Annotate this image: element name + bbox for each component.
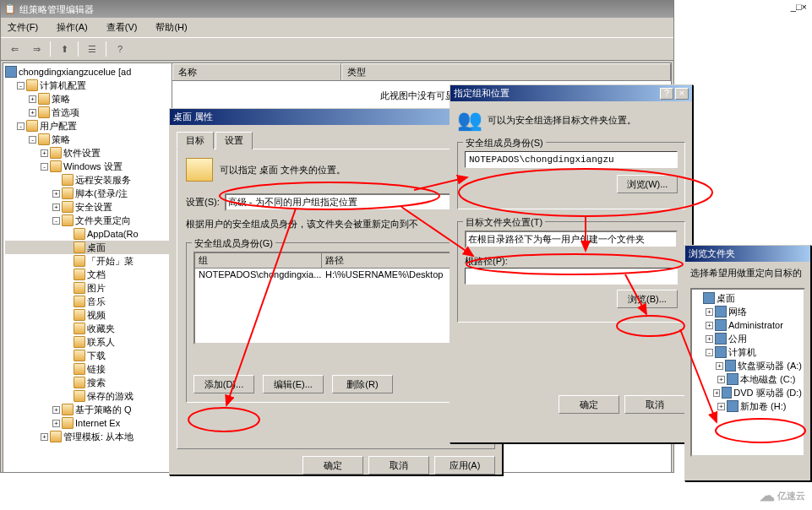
tree-item[interactable]: 桌面	[5, 241, 170, 254]
tree-toggle[interactable]: +	[52, 190, 60, 198]
tree-item[interactable]: -计算机配置	[5, 79, 170, 92]
tree-item[interactable]: 视频	[5, 308, 170, 322]
tree-item[interactable]: 收藏夹	[5, 322, 170, 335]
tree-toggle[interactable]: +	[717, 376, 725, 383]
up-button[interactable]: ⬆	[56, 41, 73, 57]
menu-file[interactable]: 文件(F)	[4, 19, 41, 35]
col-group[interactable]: 组	[195, 253, 322, 268]
folder-tree[interactable]: 桌面+网络+Administrator+公用-计算机+软盘驱动器 (A:)+本地…	[690, 288, 805, 457]
tree-item[interactable]: +安全设置	[5, 200, 170, 214]
maximize-button[interactable]: □	[796, 2, 802, 12]
tree-toggle[interactable]: -	[17, 122, 25, 130]
cancel-button[interactable]: 取消	[368, 456, 429, 475]
tree-toggle[interactable]: +	[29, 95, 36, 103]
tree-item[interactable]: +软件设置	[5, 146, 170, 160]
tree-item[interactable]: -Windows 设置	[5, 160, 170, 173]
ok-button[interactable]: 确定	[559, 395, 619, 414]
tree-item[interactable]: -策略	[5, 133, 170, 146]
tree-item[interactable]: +Internet Ex	[5, 416, 170, 430]
tree-pane[interactable]: chongdingxiangzucelue [ad -计算机配置+策略+首选项-…	[3, 63, 172, 472]
delete-button[interactable]: 删除(R)	[332, 375, 393, 393]
tab-settings[interactable]: 设置	[215, 132, 253, 149]
tree-item[interactable]: +管理模板: 从本地	[5, 430, 170, 443]
group-listview[interactable]: 组 路径 NOTEPADOS\chongdingxia... H:\%USERN…	[193, 252, 478, 345]
tree-toggle[interactable]: +	[52, 406, 60, 414]
browse-tree-item[interactable]: +软盘驱动器 (A:)	[694, 359, 802, 372]
tree-toggle[interactable]: -	[706, 349, 713, 356]
dialog-titlebar[interactable]: 浏览文件夹	[685, 246, 810, 262]
tree-item[interactable]: -用户配置	[5, 119, 170, 133]
tree-item[interactable]: +策略	[5, 92, 170, 106]
dialog-titlebar[interactable]: 指定组和位置 ? ×	[450, 85, 692, 101]
tree-item[interactable]: 搜索	[5, 376, 170, 389]
show-hide-button[interactable]: ☰	[84, 41, 101, 57]
tree-item[interactable]: 下载	[5, 349, 170, 362]
browse-tree-item[interactable]: +公用	[694, 332, 802, 345]
browse-tree-item[interactable]: 桌面	[694, 291, 802, 305]
tree-item[interactable]: +首选项	[5, 106, 170, 119]
col-name[interactable]: 名称	[172, 63, 341, 80]
browse-tree-item[interactable]: +Administrator	[694, 318, 802, 332]
menu-action[interactable]: 操作(A)	[53, 19, 91, 35]
tree-toggle[interactable]: -	[17, 82, 25, 90]
target-loc-combo[interactable]: 在根目录路径下为每一用户创建一个文件夹	[465, 231, 678, 248]
tree-item[interactable]: 保存的游戏	[5, 389, 170, 403]
tree-item[interactable]: +基于策略的 Q	[5, 403, 170, 416]
browse-path-button[interactable]: 浏览(B)...	[617, 290, 678, 308]
tree-toggle[interactable]: +	[41, 149, 48, 157]
edit-button[interactable]: 编辑(E)...	[263, 375, 324, 393]
tree-toggle[interactable]: +	[52, 420, 60, 427]
tree-toggle[interactable]: +	[706, 308, 713, 316]
browse-tree-item[interactable]: +网络	[694, 305, 802, 318]
security-group-input[interactable]	[465, 151, 678, 168]
tree-toggle[interactable]: -	[41, 163, 48, 171]
help-icon[interactable]: ?	[660, 88, 673, 100]
tree-item[interactable]: AppData(Ro	[5, 227, 170, 241]
tree-toggle[interactable]: -	[29, 136, 36, 144]
tree-item[interactable]: +脚本(登录/注	[5, 187, 170, 200]
browse-tree-item[interactable]: -计算机	[694, 345, 802, 359]
tree-label: 文档	[87, 269, 106, 281]
browse-group-button[interactable]: 浏览(W)...	[617, 175, 678, 193]
col-type[interactable]: 类型	[341, 63, 671, 80]
help-button[interactable]: ?	[112, 41, 128, 57]
security-group-box: 安全组成员身份(G) 组 路径 NOTEPADOS\chongdingxia..…	[186, 242, 486, 403]
browse-tree-item[interactable]: +新加卷 (H:)	[694, 399, 802, 413]
tree-item[interactable]: 远程安装服务	[5, 173, 170, 187]
titlebar[interactable]: 📋 组策略管理编辑器	[1, 1, 673, 18]
menu-view[interactable]: 查看(V)	[103, 19, 141, 35]
close-button[interactable]: ×	[802, 2, 807, 12]
tree-toggle[interactable]: +	[41, 433, 48, 441]
tree-item[interactable]: 音乐	[5, 295, 170, 308]
forward-button[interactable]: ⇒	[28, 41, 45, 57]
tree-item[interactable]: 联系人	[5, 335, 170, 349]
tree-toggle[interactable]: +	[52, 203, 60, 211]
tree-toggle[interactable]: +	[717, 403, 725, 410]
apply-button[interactable]: 应用(A)	[434, 456, 495, 475]
tab-target[interactable]: 目标	[177, 132, 214, 149]
close-icon[interactable]: ×	[675, 88, 689, 100]
tree-toggle[interactable]: +	[713, 389, 720, 397]
tree-root[interactable]: chongdingxiangzucelue [ad	[5, 65, 170, 79]
back-button[interactable]: ⇐	[6, 41, 23, 57]
tree-toggle[interactable]: +	[29, 109, 36, 117]
tree-toggle[interactable]: +	[706, 322, 713, 329]
tree-item[interactable]: 链接	[5, 362, 170, 376]
cancel-button[interactable]: 取消	[624, 395, 685, 414]
setting-combo[interactable]: 高级 - 为不同的用户组指定位置 ▼	[225, 193, 486, 211]
ok-button[interactable]: 确定	[302, 456, 363, 475]
tree-toggle[interactable]: -	[52, 217, 60, 225]
browse-tree-item[interactable]: +本地磁盘 (C:)	[694, 372, 802, 386]
tree-item[interactable]: 「开始」菜	[5, 254, 170, 268]
menu-help[interactable]: 帮助(H)	[152, 19, 190, 35]
tree-item[interactable]: -文件夹重定向	[5, 214, 170, 227]
root-path-input[interactable]	[465, 268, 678, 285]
tree-toggle[interactable]: +	[716, 362, 723, 370]
tree-item[interactable]: 文档	[5, 268, 170, 281]
list-row[interactable]: NOTEPADOS\chongdingxia... H:\%USERNAME%\…	[195, 269, 477, 280]
tree-label: 桌面	[87, 241, 106, 254]
tree-item[interactable]: 图片	[5, 281, 170, 295]
add-button[interactable]: 添加(D)...	[193, 375, 254, 393]
tree-toggle[interactable]: +	[706, 335, 713, 343]
browse-tree-item[interactable]: +DVD 驱动器 (D:)	[694, 386, 802, 399]
